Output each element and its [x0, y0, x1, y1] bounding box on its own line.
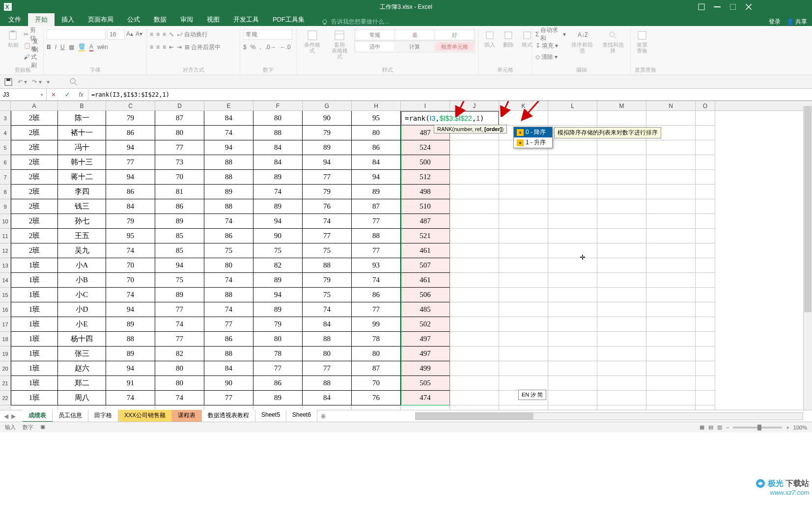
cell[interactable]: 1班 [11, 391, 58, 405]
cell[interactable]: 1班 [11, 347, 58, 361]
column-header-F[interactable]: F [253, 101, 303, 110]
zoom-level[interactable]: 100% [793, 425, 807, 430]
cell[interactable] [450, 170, 499, 185]
cell[interactable] [646, 332, 696, 347]
cell[interactable] [450, 140, 499, 155]
fill-color-button[interactable]: 🪣 [78, 43, 85, 52]
column-header-C[interactable]: C [106, 101, 155, 110]
cell[interactable]: 小A [58, 258, 106, 273]
cell[interactable] [450, 302, 499, 317]
cell[interactable] [548, 185, 597, 199]
select-all-corner[interactable] [0, 101, 11, 110]
cell[interactable]: 1班 [11, 302, 58, 317]
conditional-formatting-button[interactable]: 条件格式 [300, 29, 325, 54]
cell[interactable] [548, 405, 597, 410]
align-bottom-icon[interactable]: ≡ [163, 31, 166, 38]
style-good[interactable]: 好 [435, 30, 474, 40]
cell[interactable] [646, 376, 696, 391]
cell[interactable]: 小C [58, 288, 106, 302]
cell[interactable]: 94 [155, 258, 204, 273]
cancel-icon[interactable]: ✕ [47, 91, 60, 98]
view-normal-icon[interactable]: ▦ [700, 424, 704, 430]
cell[interactable]: 74 [303, 214, 352, 229]
cell[interactable]: 474 [401, 391, 450, 405]
cell[interactable]: 张三 [58, 347, 106, 361]
decrease-font-icon[interactable]: A▾ [136, 30, 143, 38]
ribbon-display-options-icon[interactable] [697, 2, 706, 11]
sheet-tab[interactable]: Sheet5 [255, 410, 286, 422]
cell[interactable]: 94 [204, 140, 253, 155]
cell[interactable] [646, 140, 696, 155]
row-header[interactable]: 16 [0, 302, 11, 317]
align-left-icon[interactable]: ≡ [150, 44, 153, 51]
cell[interactable]: 80 [155, 126, 204, 140]
cell[interactable]: 2班 [11, 185, 58, 199]
sheet-tab[interactable]: 数据透视表教程 [202, 410, 255, 422]
style-bad[interactable]: 差 [395, 30, 434, 40]
cell[interactable] [499, 170, 548, 185]
cell[interactable]: 89 [253, 302, 303, 317]
cell[interactable] [597, 170, 646, 185]
row-header[interactable]: 12 [0, 243, 11, 258]
cell[interactable]: 76 [352, 391, 401, 405]
sheet-tab[interactable]: XXX公司销售额 [118, 410, 172, 422]
cell[interactable] [696, 199, 715, 214]
signin-link[interactable]: 登录 [769, 18, 781, 26]
cell[interactable] [401, 405, 450, 410]
cell[interactable]: 郑二 [58, 376, 106, 391]
horizontal-scrollbar[interactable] [415, 412, 803, 420]
cell[interactable] [696, 229, 715, 243]
column-header-J[interactable]: J [450, 101, 499, 110]
cell[interactable] [11, 405, 58, 410]
cell[interactable] [646, 273, 696, 288]
cell[interactable]: 89 [253, 199, 303, 214]
tab-formulas[interactable]: 公式 [120, 13, 147, 26]
tab-view[interactable]: 视图 [200, 13, 226, 26]
row-header[interactable]: 8 [0, 185, 11, 199]
cell[interactable]: 73 [155, 155, 204, 170]
cell[interactable]: 524 [401, 140, 450, 155]
cell[interactable]: 80 [253, 332, 303, 347]
cell[interactable]: 89 [253, 273, 303, 288]
cell[interactable]: 79 [106, 214, 155, 229]
cell[interactable] [450, 229, 499, 243]
cell[interactable]: 89 [155, 214, 204, 229]
cell[interactable] [352, 405, 401, 410]
sheet-tab[interactable]: 成绩表 [23, 410, 53, 422]
cell[interactable] [696, 111, 715, 126]
vertical-scrollbar[interactable] [803, 106, 812, 415]
cell[interactable] [548, 140, 597, 155]
tab-home[interactable]: 开始 [28, 13, 55, 26]
row-header[interactable]: 10 [0, 214, 11, 229]
cell[interactable] [548, 111, 597, 126]
cell[interactable] [499, 155, 548, 170]
column-header-M[interactable]: M [597, 101, 646, 110]
cell[interactable] [499, 273, 548, 288]
cell[interactable] [696, 170, 715, 185]
style-check[interactable]: 检查单元格 [435, 42, 474, 52]
formula-input[interactable]: =rank(I3,$I$3:$I$22,1) [88, 89, 812, 100]
cell[interactable]: 77 [303, 229, 352, 243]
cell[interactable]: 74 [155, 391, 204, 405]
cell[interactable] [499, 229, 548, 243]
cell[interactable]: 94 [106, 140, 155, 155]
row-header[interactable]: 21 [0, 376, 11, 391]
cell[interactable] [696, 317, 715, 332]
underline-button[interactable]: U [60, 44, 65, 51]
cell[interactable]: 510 [401, 199, 450, 214]
cell[interactable]: 94 [253, 288, 303, 302]
cell[interactable] [450, 317, 499, 332]
cell[interactable]: 76 [303, 199, 352, 214]
cell[interactable]: 89 [253, 170, 303, 185]
cell[interactable]: 88 [204, 170, 253, 185]
close-icon[interactable] [744, 2, 753, 11]
tab-developer[interactable]: 开发工具 [226, 13, 266, 26]
cell[interactable]: 500 [401, 155, 450, 170]
cell[interactable]: 88 [204, 347, 253, 361]
tab-page-layout[interactable]: 页面布局 [81, 13, 120, 26]
cell[interactable] [597, 258, 646, 273]
scroll-thumb[interactable] [804, 106, 812, 312]
row-header[interactable]: 14 [0, 273, 11, 288]
cell[interactable] [646, 199, 696, 214]
cell[interactable] [548, 273, 597, 288]
